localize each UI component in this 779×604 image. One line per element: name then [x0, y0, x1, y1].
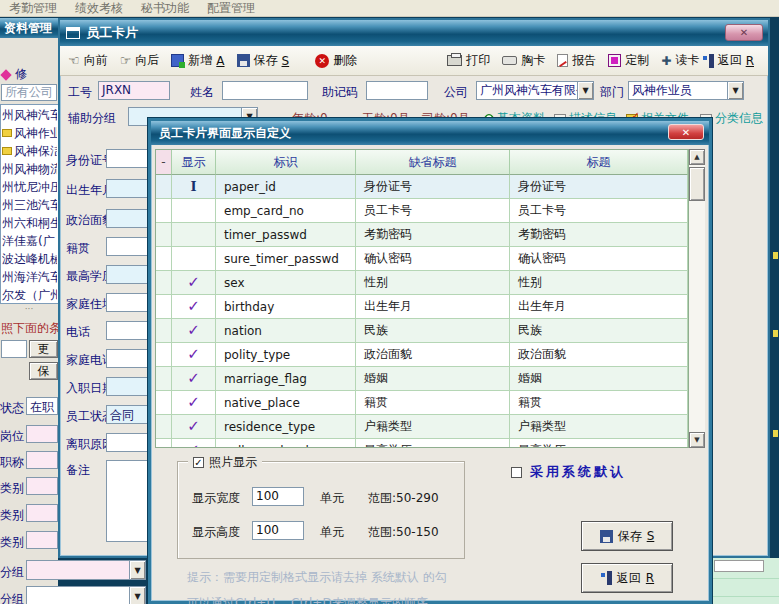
company-combo[interactable]: 广州风神汽车有限公司 ▼ — [476, 81, 594, 100]
leave-reason-input[interactable] — [106, 433, 154, 452]
new-button[interactable]: 新增A — [171, 52, 224, 69]
caption-cell[interactable]: 婚姻 — [510, 367, 688, 391]
education-input[interactable] — [106, 265, 154, 284]
dialog-close-icon[interactable]: ✕ — [668, 124, 704, 140]
table-row[interactable]: ✓ marriage_flag 婚姻 婚姻 — [156, 367, 688, 391]
table-scrollbar[interactable]: ▲ ▼ — [689, 149, 705, 448]
delete-button[interactable]: ✕删除 — [315, 52, 357, 69]
caption-cell[interactable]: 性别 — [510, 271, 688, 295]
table-row[interactable]: emp_card_no 员工卡号 员工卡号 — [156, 199, 688, 223]
tree-item[interactable]: 州三池汽车 — [2, 196, 57, 214]
dialog-titlebar[interactable]: 员工卡片界面显示自定义 ✕ — [151, 121, 709, 145]
post-input[interactable] — [26, 425, 58, 443]
tree-item[interactable]: 州六和桐生 — [2, 214, 57, 232]
tree-item[interactable]: 州海洋汽车 — [2, 268, 57, 286]
display-height-input[interactable]: 100 — [252, 521, 304, 540]
display-check-cell[interactable] — [172, 199, 216, 223]
menu-secretary[interactable]: 秘书功能 — [132, 0, 198, 18]
print-button[interactable]: 打印 — [447, 52, 490, 69]
system-default-option[interactable]: 采用系统默认 — [511, 463, 626, 481]
caption-cell[interactable]: 最高学历 — [510, 439, 688, 448]
home-phone-input[interactable] — [106, 349, 154, 368]
dropdown-arrow-icon[interactable]: ▼ — [129, 587, 145, 604]
display-check-cell[interactable]: ✓ — [172, 391, 216, 415]
dept-combo[interactable]: 风神作业员 ▼ — [628, 81, 744, 100]
table-row[interactable]: ✓ polity_type 政治面貌 政治面貌 — [156, 343, 688, 367]
polity-input[interactable] — [106, 209, 154, 228]
display-check-cell[interactable] — [172, 247, 216, 271]
header-display[interactable]: 显示 — [172, 150, 216, 175]
tree-item[interactable]: 洋佳嘉(广 — [2, 232, 57, 250]
display-check-cell[interactable]: ✓ — [172, 439, 216, 448]
header-identifier[interactable]: 标识 — [216, 150, 356, 175]
dropdown-arrow-icon[interactable]: ▼ — [727, 82, 743, 99]
birthday-input[interactable] — [106, 179, 154, 198]
tree-item[interactable]: 风神保洁 — [2, 142, 57, 160]
table-row[interactable]: ✓ birthday 出生年月 出生年月 — [156, 295, 688, 319]
window-titlebar[interactable]: 员工卡片 ✕ — [60, 20, 768, 46]
native-place-input[interactable] — [106, 237, 154, 256]
scrollbar-thumb[interactable] — [689, 167, 705, 201]
name-input[interactable] — [222, 81, 308, 100]
remarks-textarea[interactable] — [106, 460, 154, 542]
tree-item[interactable]: 尔发（广州 — [2, 286, 57, 304]
condition-input[interactable] — [1, 340, 27, 358]
close-icon[interactable]: ✕ — [725, 24, 763, 41]
phone-input[interactable] — [106, 321, 154, 340]
caption-cell[interactable]: 出生年月 — [510, 295, 688, 319]
scroll-down-icon[interactable]: ▼ — [689, 432, 705, 448]
readcard-button[interactable]: ✚读卡 — [661, 52, 699, 69]
back-button[interactable]: ☜向前 — [68, 52, 108, 69]
table-row[interactable]: sure_timer_passwd 确认密码 确认密码 — [156, 247, 688, 271]
header-caption[interactable]: 标题 — [510, 150, 688, 175]
table-row[interactable]: ✓ native_place 籍贯 籍贯 — [156, 391, 688, 415]
header-default-caption[interactable]: 缺省标题 — [356, 150, 510, 175]
table-row[interactable]: ✓ colleage_level 最高学历 最高学历 — [156, 439, 688, 448]
display-check-cell[interactable]: I — [172, 175, 216, 199]
display-check-cell[interactable]: ✓ — [172, 343, 216, 367]
home-address-input[interactable] — [106, 293, 154, 312]
photo-display-checkbox[interactable]: ✓ — [193, 457, 204, 468]
display-check-cell[interactable]: ✓ — [172, 319, 216, 343]
display-check-cell[interactable]: ✓ — [172, 367, 216, 391]
dropdown-arrow-icon[interactable]: ▼ — [129, 561, 145, 579]
mnemonic-input[interactable] — [366, 81, 428, 100]
display-check-cell[interactable]: ✓ — [172, 271, 216, 295]
table-row[interactable]: ✓ nation 民族 民族 — [156, 319, 688, 343]
report-button[interactable]: 报告 — [557, 52, 596, 69]
tree-item[interactable]: 州风神汽车 — [2, 106, 57, 124]
paper-id-input[interactable] — [106, 149, 154, 168]
display-check-cell[interactable] — [172, 223, 216, 247]
display-width-input[interactable]: 100 — [252, 487, 304, 506]
table-row[interactable]: I paper_id 身份证号 身份证号 — [156, 175, 688, 199]
table-row[interactable]: ✓ residence_type 户籍类型 户籍类型 — [156, 415, 688, 439]
dialog-save-button[interactable]: 保存 S — [581, 521, 673, 551]
emp-status-input[interactable]: 合同 — [106, 405, 154, 424]
table-row[interactable]: ✓ sex 性别 性别 — [156, 271, 688, 295]
caption-cell[interactable]: 籍贯 — [510, 391, 688, 415]
hire-date-input[interactable] — [106, 377, 154, 396]
display-check-cell[interactable]: ✓ — [172, 415, 216, 439]
system-default-checkbox[interactable] — [511, 467, 522, 478]
emp-no-input[interactable]: JRXN — [98, 81, 170, 100]
caption-cell[interactable]: 员工卡号 — [510, 199, 688, 223]
sidebar-toolbar-fragment[interactable]: 修 — [2, 66, 27, 83]
tree-item[interactable]: 州忧尼冲压 — [2, 178, 57, 196]
more-button[interactable]: 更 — [29, 340, 58, 358]
splitter-handle[interactable]: ··· — [0, 306, 58, 316]
caption-cell[interactable]: 政治面貌 — [510, 343, 688, 367]
category3-input[interactable] — [26, 531, 58, 549]
category2-input[interactable] — [26, 504, 58, 522]
save-button[interactable]: 保存S — [237, 52, 290, 69]
table-row[interactable]: timer_passwd 考勤密码 考勤密码 — [156, 223, 688, 247]
caption-cell[interactable]: 确认密码 — [510, 247, 688, 271]
menu-attendance[interactable]: 考勤管理 — [0, 0, 66, 18]
status-combo[interactable]: 在职 — [26, 397, 58, 415]
group1-combo[interactable]: ▼ — [26, 560, 146, 580]
caption-cell[interactable]: 民族 — [510, 319, 688, 343]
insurance-button[interactable]: 保 — [29, 362, 58, 380]
return-button[interactable]: 返回R — [702, 52, 754, 69]
forward-button[interactable]: ☞向后 — [120, 52, 160, 69]
dialog-return-button[interactable]: 返回 R — [581, 563, 673, 593]
caption-cell[interactable]: 身份证号 — [510, 175, 688, 199]
